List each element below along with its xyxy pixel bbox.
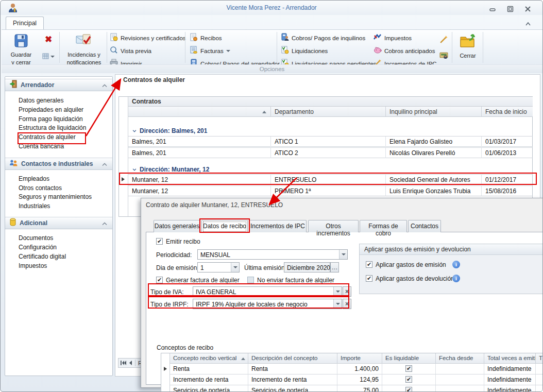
incidents-notifications-button[interactable]: Incidencias y notificaciones bbox=[62, 32, 106, 64]
advance-collections-button[interactable]: Cobros anticipados bbox=[374, 46, 435, 56]
irpf-type-combobox[interactable]: IRPF 19% Alquiler de locales de negocio bbox=[193, 299, 342, 309]
column-header-start-date[interactable]: Fecha de inicio bbox=[482, 107, 533, 117]
group-collapse-icon bbox=[132, 168, 137, 171]
save-and-close-button[interactable]: Guardar y cerrar bbox=[7, 32, 36, 64]
group-row-balmes[interactable]: Dirección: Balmes, 201 bbox=[128, 126, 533, 135]
tab-otros-incrementos[interactable]: Otros incrementos bbox=[308, 220, 359, 232]
sidebar-item-configuracion[interactable]: Configuración bbox=[19, 244, 57, 253]
column-header-address[interactable] bbox=[128, 107, 271, 117]
concept-row[interactable]: Incremento de renta Incremento de renta … bbox=[170, 374, 543, 385]
ribbon-separator bbox=[452, 32, 452, 63]
title-bar: Vicente Mora Perez - Arrendador bbox=[1, 1, 542, 15]
tab-datos-generales[interactable]: Datos generales bbox=[154, 220, 200, 232]
dropdown-arrow-icon[interactable] bbox=[333, 299, 342, 309]
sidebar-item-otros-contactos[interactable]: Otros contactos bbox=[19, 184, 62, 194]
grid-options-button[interactable] bbox=[41, 52, 56, 62]
receipts-button[interactable]: Recibos bbox=[190, 33, 222, 43]
column-header-liquidable[interactable]: Es liquidable bbox=[382, 353, 436, 364]
apply-devolution-expenses-checkbox[interactable]: ✔ bbox=[366, 275, 372, 282]
last-emission-ellipsis-button[interactable]: … bbox=[330, 262, 339, 272]
dropdown-arrow-icon[interactable] bbox=[333, 287, 342, 296]
sidebar-item-impuestos[interactable]: Impuestos bbox=[19, 262, 47, 271]
group-row-muntaner[interactable]: Dirección: Muntaner, 12 bbox=[128, 165, 533, 174]
tab-panel-datos-de-recibo: ✔ Emitir recibo Periodicidad: MENSUAL Di… bbox=[146, 232, 543, 385]
sidebar-item-certificado-digital[interactable]: Certificado digital bbox=[19, 253, 66, 262]
sidebar-item-cuenta-bancaria[interactable]: Cuenta bancaria bbox=[19, 143, 64, 152]
emit-receipt-checkbox[interactable]: ✔ bbox=[156, 238, 163, 245]
invoices-button[interactable]: Facturas bbox=[190, 46, 230, 56]
iva-type-combobox[interactable]: IVA GENERAL bbox=[193, 286, 342, 297]
sidebar-item-forma-pago-liquidacion[interactable]: Forma pago liquidación bbox=[19, 115, 83, 125]
sidebar-item-seguros-y-mantenimientos[interactable]: Seguros y mantenimientos bbox=[19, 193, 92, 202]
tab-contactos[interactable]: Contactos bbox=[408, 220, 441, 232]
generate-invoice-checkbox[interactable]: ✔ bbox=[156, 277, 163, 283]
sort-ascending-icon bbox=[262, 111, 266, 113]
close-window-button[interactable] bbox=[522, 5, 533, 13]
contract-row[interactable]: Muntaner, 12 PRIMERO 1ª Luis Enrique Gon… bbox=[128, 185, 533, 196]
liquidable-checkbox[interactable]: ✔ bbox=[405, 365, 412, 372]
sidebar-item-datos-generales[interactable]: Datos generales bbox=[19, 97, 63, 106]
previous-record-icon[interactable] bbox=[129, 361, 132, 365]
tab-datos-de-recibo[interactable]: Datos de recibo bbox=[201, 220, 248, 233]
sidebar-item-propiedades-en-alquiler[interactable]: Propiedades en alquiler bbox=[19, 106, 83, 115]
column-header-tenant[interactable]: Inquilino principal bbox=[386, 107, 482, 117]
devolution-info-icon[interactable]: i bbox=[452, 275, 460, 282]
tab-incrementos-de-ipc[interactable]: Incrementos de IPC bbox=[249, 220, 307, 232]
emit-receipt-label: Emitir recibo bbox=[166, 238, 200, 245]
navigation-sidebar: Arrendador Datos generales Propiedades e… bbox=[5, 76, 113, 376]
contract-row[interactable]: Balmes, 201 ATICO 2 Nicolás Olivares Per… bbox=[128, 147, 533, 158]
column-header-date-from[interactable]: Fecha desde bbox=[436, 353, 484, 364]
tab-formas-de-cobro[interactable]: Formas de cobro bbox=[360, 220, 407, 232]
sidebar-group-arrendador[interactable]: Arrendador bbox=[5, 79, 112, 91]
apply-devolution-expenses-label: Aplicar gastos de devolución bbox=[376, 275, 454, 282]
column-header-total-emissions[interactable]: Total veces a emitir bbox=[484, 353, 536, 364]
magnifier-icon bbox=[110, 46, 118, 56]
iva-clear-button[interactable]: × bbox=[343, 286, 351, 297]
sidebar-item-documentos[interactable]: Documentos bbox=[19, 234, 53, 244]
collapse-ribbon-icon[interactable] bbox=[525, 19, 531, 28]
ribbon-separator bbox=[185, 32, 185, 63]
cash-register-icon[interactable] bbox=[439, 50, 448, 61]
liquidable-checkbox[interactable]: ✔ bbox=[405, 376, 412, 383]
sidebar-group-contactos[interactable]: Contactos e industriales bbox=[5, 158, 112, 170]
revisions-certificates-button[interactable]: Revisiones y certificados bbox=[110, 33, 186, 43]
sidebar-group-adicional[interactable]: Adicional bbox=[5, 217, 112, 229]
column-header-truncated[interactable]: T bbox=[536, 353, 543, 364]
irpf-clear-button[interactable]: × bbox=[343, 299, 351, 309]
expenses-panel-title: Aplicar gastos de emisión y devolucion bbox=[360, 244, 543, 255]
delete-button[interactable]: ✖ bbox=[41, 34, 56, 47]
column-header-concept[interactable]: Concepto recibo vertical bbox=[170, 353, 248, 364]
ribbon-separator bbox=[59, 32, 60, 63]
periodicity-combobox[interactable]: MENSUAL bbox=[197, 249, 348, 260]
sidebar-item-estructura-de-liquidacion[interactable]: Estructura de liquidación bbox=[19, 124, 86, 133]
emission-day-combobox[interactable]: 1 bbox=[197, 262, 240, 272]
contract-row-selected[interactable]: Muntaner, 12 ENTRESUELO Sociedad General… bbox=[128, 174, 533, 185]
restore-button[interactable] bbox=[504, 5, 516, 13]
no-send-invoice-checkbox[interactable]: ✔ bbox=[247, 277, 254, 283]
print-preview-button[interactable]: Vista previa bbox=[110, 46, 151, 56]
dropdown-arrow-icon[interactable] bbox=[231, 263, 239, 272]
sidebar-item-empleados[interactable]: Empleados bbox=[19, 175, 49, 184]
settlements-button[interactable]: Liquidaciones bbox=[281, 46, 328, 56]
minimize-button[interactable] bbox=[487, 5, 498, 13]
column-header-department[interactable]: Departamento bbox=[271, 107, 386, 117]
ribbon-separator bbox=[277, 32, 277, 63]
last-emission-field[interactable]: Diciembre 2020 bbox=[284, 262, 330, 272]
sidebar-item-industriales[interactable]: Industriales bbox=[19, 202, 50, 212]
emission-info-icon[interactable]: i bbox=[452, 261, 460, 268]
concept-row[interactable]: Renta Renta 1.400,00 ✔ Indefinidamente bbox=[170, 364, 543, 374]
taxes-button[interactable]: Impuestos bbox=[374, 33, 412, 43]
liquidable-checkbox[interactable]: ✔ bbox=[405, 387, 412, 392]
tab-principal[interactable]: Principal bbox=[6, 16, 44, 29]
column-header-description[interactable]: Descripción del concepto bbox=[248, 353, 337, 364]
contract-row[interactable]: Balmes, 201 ATICO 1 Elena Fajardo Galist… bbox=[128, 136, 533, 147]
close-form-button[interactable]: Cerrar bbox=[455, 32, 481, 64]
apply-emission-expenses-checkbox[interactable]: ✔ bbox=[366, 261, 372, 268]
column-header-amount[interactable]: Importe bbox=[337, 353, 382, 364]
dropdown-arrow-icon[interactable] bbox=[339, 250, 347, 259]
concept-row[interactable]: Servicios de portería Servicios de porte… bbox=[170, 385, 543, 392]
sidebar-item-contratos-de-alquiler[interactable]: Contratos de alquiler bbox=[19, 133, 76, 143]
wand-tool-icon[interactable] bbox=[439, 35, 448, 46]
first-record-icon[interactable] bbox=[121, 361, 126, 365]
tenant-payments-button[interactable]: Cobros/ Pagos de inquilinos bbox=[281, 33, 365, 43]
